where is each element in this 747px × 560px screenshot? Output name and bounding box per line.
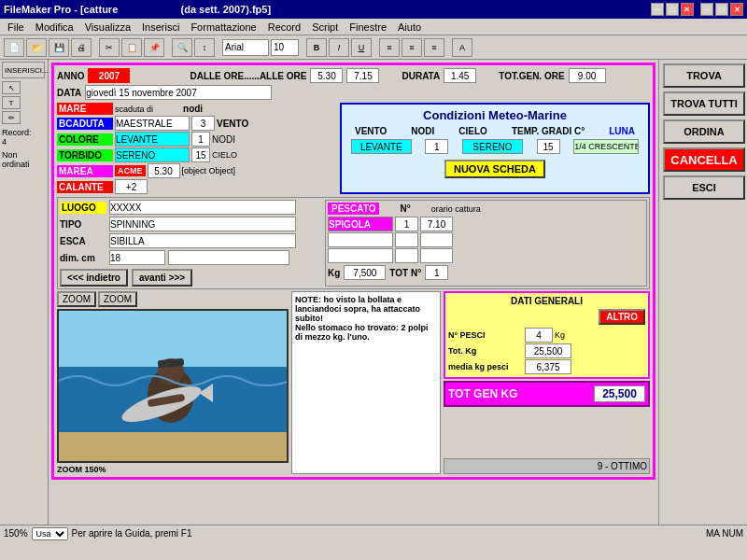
tb-cut[interactable]: ✂ (99, 38, 120, 57)
vento-nodi-input[interactable] (191, 116, 215, 131)
menu-formattazione[interactable]: Formattazione (185, 19, 261, 35)
dalle-ore-input[interactable] (310, 68, 343, 83)
acme-label: ACME (115, 165, 146, 176)
durata-input[interactable] (444, 68, 476, 83)
vento-nodi-val-input[interactable] (425, 139, 448, 154)
font-size-input[interactable] (271, 39, 299, 56)
tb-align-left[interactable]: ≡ (379, 38, 400, 57)
esci-button[interactable]: ESCI (663, 175, 745, 200)
row-bcaduta: BCADUTA VENTO (57, 116, 337, 131)
win-max-btn[interactable]: □ (715, 3, 728, 16)
menu-aiuto[interactable]: Aiuto (392, 19, 427, 35)
n-pesci-row: N° PESCI Kg (448, 328, 645, 343)
tot-n-input[interactable] (425, 265, 448, 280)
fish2-kg-input[interactable] (420, 232, 453, 247)
app-max-btn[interactable]: □ (666, 3, 679, 16)
tb-bold[interactable]: B (306, 38, 327, 57)
tb-print[interactable]: 🖨 (71, 38, 92, 57)
tb-italic[interactable]: I (329, 38, 349, 57)
kg-total-input[interactable] (344, 265, 386, 280)
marea-val-input[interactable] (148, 163, 180, 178)
zoom-in-button[interactable]: ZOOM (57, 291, 96, 307)
nuova-scheda-button[interactable]: NUOVA SCHEDA (444, 160, 545, 178)
fish2-input[interactable] (328, 232, 393, 247)
country-select[interactable]: Usa (32, 527, 68, 540)
maestrale-input[interactable] (115, 116, 190, 131)
nodi-hdr: NODI (411, 126, 434, 136)
tb-underline[interactable]: U (351, 38, 372, 57)
app-min-btn[interactable]: ─ (651, 3, 664, 16)
cancella-button[interactable]: CANCELLA (663, 147, 745, 172)
fish-row-2 (328, 232, 644, 247)
tb-save[interactable]: 💾 (49, 38, 69, 57)
media-kg-input[interactable] (525, 359, 571, 374)
levante-input[interactable] (115, 132, 190, 147)
dim-input[interactable] (109, 250, 165, 265)
tb-copy[interactable]: 📋 (121, 38, 142, 57)
zoom-out-button[interactable]: ZOOM (98, 291, 137, 307)
luogo-input[interactable] (109, 200, 296, 215)
tot-gen-ore-input[interactable] (569, 68, 606, 83)
vento-val-input[interactable] (351, 139, 412, 154)
levante-val-input[interactable] (191, 132, 210, 147)
insert-button[interactable]: INSERISCI... (2, 62, 45, 78)
tool-pointer[interactable]: ↖ (2, 81, 21, 94)
tot-kg-input[interactable] (525, 343, 571, 358)
fish3-input[interactable] (328, 248, 393, 263)
marea-label: MAREA (57, 165, 113, 177)
tb-open[interactable]: 📂 (26, 38, 47, 57)
menu-file[interactable]: File (2, 19, 30, 35)
tot-gen-kg-input[interactable] (594, 385, 645, 402)
tb-new[interactable]: 📄 (4, 38, 24, 57)
tool-draw[interactable]: ✏ (2, 111, 21, 124)
menu-record[interactable]: Record (262, 19, 306, 35)
trova-tutti-button[interactable]: TROVA TUTTI (663, 91, 745, 116)
tb-align-center[interactable]: ≡ (402, 38, 422, 57)
alle-ore-input[interactable] (346, 68, 379, 83)
altro-button[interactable]: ALTRO (599, 309, 645, 325)
anno-input[interactable] (88, 68, 130, 83)
dim-extra-input[interactable] (168, 250, 289, 265)
tb-align-right[interactable]: ≡ (424, 38, 444, 57)
menu-script[interactable]: Script (306, 19, 344, 35)
win-min-btn[interactable]: ─ (700, 3, 713, 16)
tb-find[interactable]: 🔍 (172, 38, 192, 57)
tool-text[interactable]: T (2, 96, 21, 109)
menu-finestre[interactable]: Finestre (344, 19, 392, 35)
tb-paste[interactable]: 📌 (144, 38, 164, 57)
menu-visualizza[interactable]: Visualizza (79, 19, 136, 35)
fish-row-3 (328, 248, 644, 263)
fish3-n-input[interactable] (395, 248, 418, 263)
kg-total-row: Kg TOT N° (328, 265, 644, 280)
tb-sort[interactable]: ↕ (194, 38, 215, 57)
trova-button[interactable]: TROVA (663, 63, 745, 88)
luna-val-input[interactable] (573, 139, 639, 154)
win-close-btn[interactable]: ✕ (730, 3, 743, 16)
font-name-input[interactable] (222, 39, 269, 56)
left-panel: INSERISCI... ↖ T ✏ Record: 4 Non ordinat… (0, 60, 49, 525)
nav-back-button[interactable]: <<< indietro (60, 269, 128, 287)
calante-val-input[interactable] (115, 179, 148, 194)
n-pesci-label: N° PESCI (448, 330, 523, 340)
menu-inserisci[interactable]: Inserisci (136, 19, 185, 35)
tipo-input[interactable] (109, 217, 296, 231)
data-input[interactable] (85, 85, 272, 100)
spigola-kg-input[interactable] (420, 217, 453, 231)
esca-input[interactable] (109, 233, 296, 248)
menu-modifica[interactable]: Modifica (30, 19, 79, 35)
spigola-species-input[interactable] (328, 217, 393, 231)
fish2-n-input[interactable] (395, 232, 418, 247)
app-close-btn[interactable]: ✕ (681, 3, 694, 16)
spigola-n-input[interactable] (395, 217, 418, 231)
kg-label: Kg (328, 268, 340, 278)
nav-fwd-button[interactable]: avanti >>> (132, 269, 192, 287)
cielo-val-input[interactable] (462, 139, 523, 154)
fish3-kg-input[interactable] (420, 248, 453, 263)
meteo-mare-section: MARE scaduta di nodi BCADUTA VENTO COLOR… (57, 103, 650, 194)
temp-val-input[interactable] (537, 139, 560, 154)
sereno-input[interactable] (115, 147, 190, 162)
sereno-val-input[interactable] (191, 147, 210, 162)
n-pesci-input[interactable] (525, 328, 553, 343)
tb-color[interactable]: A (452, 38, 472, 57)
ordina-button[interactable]: ORDINA (663, 119, 745, 144)
